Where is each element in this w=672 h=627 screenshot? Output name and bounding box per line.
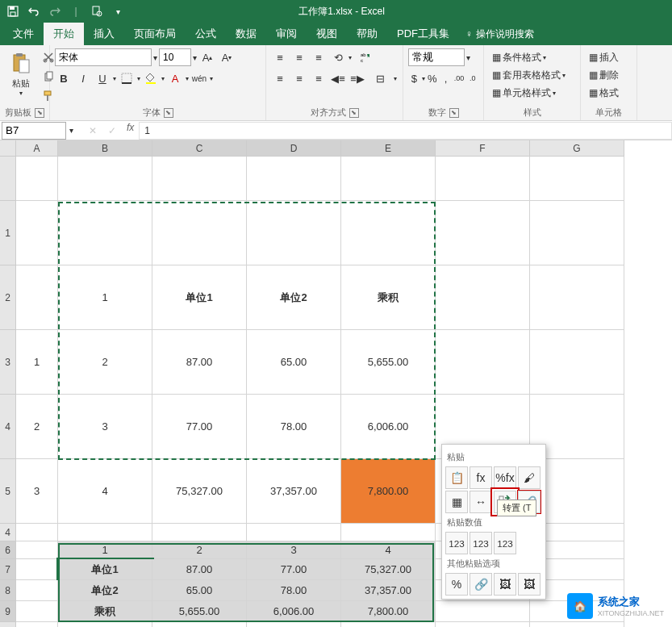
cell[interactable]: 75,327.00 <box>341 559 436 580</box>
cell[interactable] <box>436 601 530 622</box>
row-header[interactable] <box>0 157 16 201</box>
cell[interactable] <box>16 201 58 265</box>
cell[interactable] <box>436 622 530 627</box>
cell[interactable] <box>530 201 624 265</box>
underline-button[interactable]: U <box>94 69 111 87</box>
cell[interactable] <box>152 524 247 541</box>
number-format-input[interactable] <box>408 48 465 66</box>
border-icon[interactable] <box>118 69 136 87</box>
cell[interactable]: 87.00 <box>152 559 247 580</box>
tab-home[interactable]: 开始 <box>44 23 84 45</box>
cell[interactable] <box>58 622 152 627</box>
number-launcher[interactable]: ⬊ <box>449 108 459 118</box>
table-format-button[interactable]: ▦套用表格格式▾ <box>489 66 569 84</box>
paste-values-icon[interactable]: 123 <box>445 532 468 554</box>
print-preview-icon[interactable] <box>87 2 106 21</box>
col-header-F[interactable]: F <box>436 140 530 157</box>
col-header-E[interactable]: E <box>341 140 436 157</box>
col-header-A[interactable]: A <box>16 140 58 157</box>
align-middle-icon[interactable]: ≡ <box>290 48 308 66</box>
paste-formulas-icon[interactable]: fx <box>470 466 492 489</box>
align-bottom-icon[interactable]: ≡ <box>310 48 328 66</box>
tab-file[interactable]: 文件 <box>3 23 44 45</box>
cell[interactable] <box>341 524 436 541</box>
cell[interactable] <box>436 201 530 265</box>
paste-formatting-icon[interactable]: % <box>445 573 468 596</box>
tell-me-search[interactable]: ♀ 操作说明搜索 <box>459 23 541 45</box>
paste-source-fmt-icon[interactable]: 🖌 <box>518 466 541 489</box>
cell[interactable] <box>152 622 247 627</box>
comma-icon[interactable]: , <box>440 69 452 87</box>
tab-review[interactable]: 审阅 <box>266 23 307 45</box>
row-header[interactable]: 8 <box>0 580 16 601</box>
cell[interactable]: 6,006.00 <box>247 601 341 622</box>
align-left-icon[interactable]: ≡ <box>271 69 289 87</box>
fill-color-icon[interactable] <box>142 69 160 87</box>
cell[interactable] <box>341 157 436 201</box>
name-box[interactable] <box>2 122 66 140</box>
cell[interactable]: 2 <box>16 395 58 459</box>
cell[interactable] <box>152 201 247 265</box>
cell[interactable] <box>436 157 530 201</box>
cell[interactable]: 2 <box>58 330 152 395</box>
cell[interactable]: 单位1 <box>58 559 152 580</box>
col-header-G[interactable]: G <box>530 140 624 157</box>
row-header[interactable]: 5 <box>0 459 16 524</box>
cell[interactable]: 单位1 <box>152 265 247 330</box>
cell[interactable]: 77.00 <box>152 395 247 459</box>
paste-values-srcfmt-icon[interactable]: 123 <box>494 532 516 554</box>
decrease-indent-icon[interactable]: ◀≡ <box>329 69 347 87</box>
paste-all-icon[interactable]: 📋 <box>445 466 468 489</box>
cell[interactable] <box>436 330 530 395</box>
row-header[interactable]: 10 <box>0 622 16 627</box>
chevron-down-icon[interactable]: ▾ <box>108 2 127 21</box>
cell[interactable]: 78.00 <box>247 395 341 459</box>
cell[interactable]: 1 <box>58 265 152 330</box>
paste-formulas-fmt-icon[interactable]: %fx <box>494 466 516 489</box>
cell[interactable]: 1 <box>16 330 58 395</box>
cell[interactable] <box>530 622 624 627</box>
cell[interactable] <box>16 541 58 559</box>
cell[interactable]: 78.00 <box>247 580 341 601</box>
cell[interactable]: 单位2 <box>58 580 152 601</box>
orientation-icon[interactable]: ⟲ <box>329 48 347 66</box>
undo-icon[interactable] <box>24 2 44 21</box>
font-launcher[interactable]: ⬊ <box>164 108 173 118</box>
cell[interactable] <box>16 157 58 201</box>
cell[interactable]: 75,327.00 <box>152 459 247 524</box>
row-header[interactable]: 7 <box>0 559 16 580</box>
cell[interactable] <box>530 265 624 330</box>
increase-indent-icon[interactable]: ≡▶ <box>349 69 366 87</box>
delete-cells-button[interactable]: ▦删除 <box>586 66 622 84</box>
tab-insert[interactable]: 插入 <box>84 23 124 45</box>
cell[interactable]: 77.00 <box>247 559 341 580</box>
cell[interactable] <box>16 524 58 541</box>
increase-font-icon[interactable]: A▴ <box>198 48 216 66</box>
cell[interactable] <box>247 157 341 201</box>
tab-pdf[interactable]: PDF工具集 <box>387 23 459 45</box>
paste-picture-icon[interactable]: 🖼 <box>494 573 516 596</box>
row-header[interactable]: 2 <box>0 265 16 330</box>
formula-bar[interactable]: 1 <box>139 122 672 140</box>
increase-decimal-icon[interactable]: .00 <box>453 69 465 87</box>
cell[interactable] <box>530 330 624 395</box>
col-header-B[interactable]: B <box>58 140 152 157</box>
col-header-C[interactable]: C <box>152 140 247 157</box>
cell[interactable]: 37,357.00 <box>247 459 341 524</box>
paste-button[interactable]: 粘贴 ▾ <box>5 48 37 105</box>
cell[interactable]: 87.00 <box>152 330 247 395</box>
cell[interactable]: 5,655.00 <box>152 601 247 622</box>
cell[interactable]: 3 <box>58 395 152 459</box>
tab-data[interactable]: 数据 <box>226 23 266 45</box>
align-top-icon[interactable]: ≡ <box>271 48 289 66</box>
cell[interactable] <box>16 580 58 601</box>
cell[interactable] <box>58 201 152 265</box>
cell[interactable]: 5,655.00 <box>341 330 436 395</box>
tab-layout[interactable]: 页面布局 <box>124 23 186 45</box>
fx-icon[interactable]: fx <box>122 122 139 140</box>
cell[interactable] <box>247 201 341 265</box>
cell[interactable]: 4 <box>58 459 152 524</box>
insert-cells-button[interactable]: ▦插入 <box>586 48 622 66</box>
row-header[interactable]: 6 <box>0 541 16 559</box>
align-center-icon[interactable]: ≡ <box>290 69 308 87</box>
